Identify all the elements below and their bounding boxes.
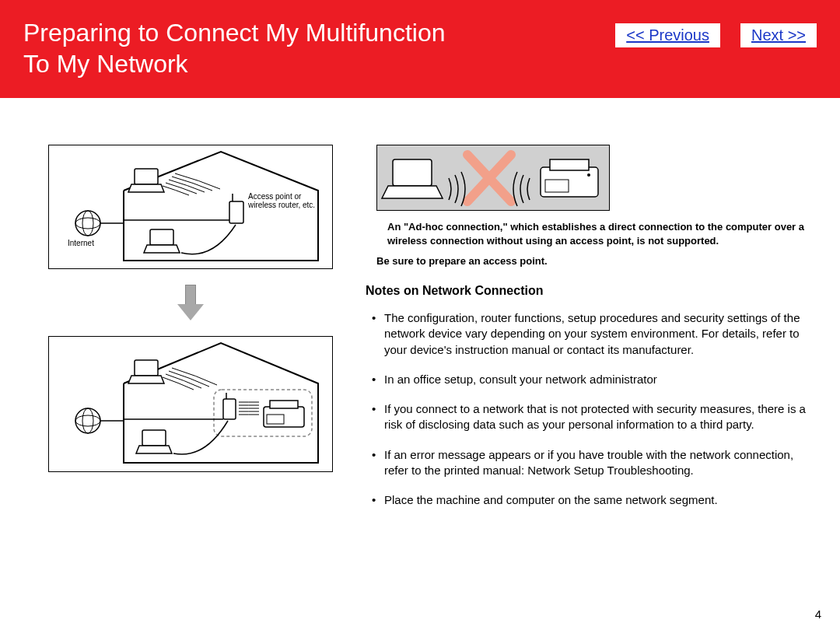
adhoc-warning-text: An "Ad-hoc connection," which establishe…	[366, 220, 817, 247]
svg-rect-20	[223, 399, 236, 419]
access-point-label: Access point or wireless router, etc.	[248, 192, 315, 209]
svg-marker-27	[382, 186, 443, 198]
svg-point-11	[75, 408, 100, 433]
svg-rect-4	[135, 169, 158, 184]
svg-point-0	[75, 211, 100, 236]
page-number: 4	[815, 607, 821, 621]
svg-marker-18	[136, 446, 172, 453]
content-area: Internet Access point or wireless router…	[0, 98, 840, 537]
adhoc-diagram	[376, 145, 610, 211]
note-item: The configuration, router functions, set…	[369, 310, 817, 358]
svg-marker-7	[144, 245, 180, 253]
svg-marker-5	[128, 184, 164, 192]
svg-rect-17	[142, 430, 166, 446]
svg-rect-26	[393, 159, 432, 186]
page-title: Preparing to Connect My Multifunction To…	[23, 17, 445, 79]
diagram-after-svg	[49, 337, 334, 473]
prepare-access-point-text: Be sure to prepare an access point.	[366, 255, 817, 267]
svg-rect-32	[545, 180, 569, 192]
svg-rect-31	[550, 159, 589, 170]
next-button[interactable]: Next >>	[740, 23, 817, 47]
adhoc-svg	[377, 145, 611, 212]
title-line-2: To My Network	[23, 50, 188, 78]
svg-rect-8	[229, 201, 243, 223]
svg-rect-23	[270, 401, 298, 408]
header-banner: Preparing to Connect My Multifunction To…	[0, 0, 840, 98]
internet-label: Internet	[68, 239, 94, 247]
notes-heading: Notes on Network Connection	[366, 284, 817, 298]
previous-button[interactable]: << Previous	[615, 23, 720, 47]
svg-rect-6	[150, 229, 173, 245]
nav-buttons: << Previous Next >>	[615, 23, 817, 47]
title-line-1: Preparing to Connect My Multifunction	[23, 19, 445, 47]
diagram-after	[48, 336, 333, 472]
arrow-down-icon	[177, 285, 204, 320]
note-item: If an error message appears or if you ha…	[369, 447, 817, 479]
note-item: In an office setup, consult your network…	[369, 372, 817, 387]
right-column: An "Ad-hoc connection," which establishe…	[358, 145, 817, 522]
svg-rect-15	[135, 360, 158, 376]
notes-list: The configuration, router functions, set…	[366, 310, 817, 508]
note-item: If you connect to a network that is not …	[369, 401, 817, 433]
diagram-before: Internet Access point or wireless router…	[48, 145, 333, 269]
svg-point-33	[587, 173, 590, 177]
svg-rect-24	[267, 415, 284, 424]
svg-marker-16	[128, 376, 164, 383]
left-column: Internet Access point or wireless router…	[23, 145, 358, 522]
note-item: Place the machine and computer on the sa…	[369, 492, 817, 508]
